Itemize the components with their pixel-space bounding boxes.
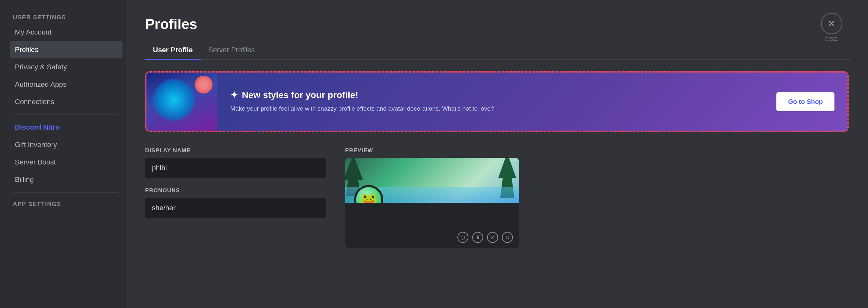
sidebar-item-connections[interactable]: Connections bbox=[10, 93, 123, 111]
tab-server-profiles[interactable]: Server Profiles bbox=[200, 41, 262, 60]
sidebar-item-gift-inventory[interactable]: Gift Inventory bbox=[10, 136, 123, 154]
main-content: Profiles User Profile Server Profiles ✦ … bbox=[126, 0, 868, 308]
sidebar-item-privacy-safety[interactable]: Privacy & Safety bbox=[10, 58, 123, 76]
preview-label: PREVIEW bbox=[345, 147, 519, 154]
promo-title: ✦ New styles for your profile! bbox=[230, 90, 764, 100]
preview-icon-1: ⬡ bbox=[457, 232, 468, 243]
preview-card: ⬡ ⬇ ✕ ↺ bbox=[345, 158, 519, 248]
tab-user-profile[interactable]: User Profile bbox=[145, 41, 200, 60]
form-preview-row: DISPLAY NAME PRONOUNS PREVIEW bbox=[145, 147, 849, 248]
preview-avatar-area bbox=[354, 185, 383, 203]
preview-icon-4: ↺ bbox=[502, 232, 513, 243]
display-name-label: DISPLAY NAME bbox=[145, 147, 326, 154]
sidebar: USER SETTINGS My Account Profiles Privac… bbox=[0, 0, 126, 308]
page-title: Profiles bbox=[145, 16, 849, 32]
form-column: DISPLAY NAME PRONOUNS bbox=[145, 147, 326, 227]
close-icon[interactable]: ✕ bbox=[821, 13, 842, 34]
close-button-area[interactable]: ✕ ESC bbox=[821, 13, 842, 42]
preview-banner bbox=[345, 158, 519, 203]
sidebar-item-server-boost[interactable]: Server Boost bbox=[10, 154, 123, 171]
tabs-container: User Profile Server Profiles bbox=[145, 41, 849, 60]
promo-subtitle: Make your profile feel alive with snazzy… bbox=[230, 104, 764, 114]
user-settings-section-label: USER SETTINGS bbox=[10, 10, 123, 24]
pronouns-label: PRONOUNS bbox=[145, 187, 326, 194]
avatar bbox=[354, 185, 383, 203]
preview-icon-3: ✕ bbox=[487, 232, 498, 243]
pronouns-input[interactable] bbox=[145, 198, 326, 218]
close-label: ESC bbox=[825, 36, 838, 42]
promo-banner: ✦ New styles for your profile! Make your… bbox=[145, 71, 849, 132]
promo-illustration bbox=[147, 72, 217, 131]
sidebar-item-authorized-apps[interactable]: Authorized Apps bbox=[10, 76, 123, 93]
promo-text-area: ✦ New styles for your profile! Make your… bbox=[217, 81, 776, 123]
sidebar-divider-2 bbox=[13, 192, 119, 192]
preview-icons-row: ⬡ ⬇ ✕ ↺ bbox=[457, 232, 513, 243]
sidebar-item-billing[interactable]: Billing bbox=[10, 171, 123, 188]
sidebar-divider-1 bbox=[13, 115, 119, 115]
preview-icon-2: ⬇ bbox=[472, 232, 483, 243]
promo-character-icon bbox=[195, 76, 213, 94]
sidebar-item-discord-nitro[interactable]: Discord Nitro bbox=[10, 119, 123, 136]
sidebar-item-profiles[interactable]: Profiles bbox=[10, 41, 123, 58]
spark-icon: ✦ bbox=[230, 90, 238, 100]
sidebar-item-my-account[interactable]: My Account bbox=[10, 24, 123, 41]
preview-column: PREVIEW ⬡ ⬇ ✕ ↺ bbox=[345, 147, 519, 248]
app-settings-section-label: APP SETTINGS bbox=[10, 196, 123, 210]
display-name-input[interactable] bbox=[145, 158, 326, 178]
go-to-shop-button[interactable]: Go to Shop bbox=[776, 92, 834, 111]
